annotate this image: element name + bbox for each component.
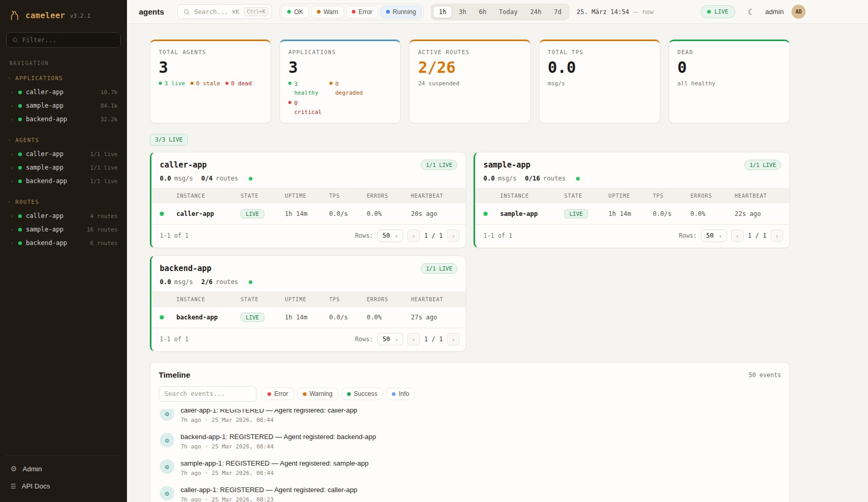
theme-toggle-button[interactable]: [743, 5, 758, 19]
time-range-6h[interactable]: 6h: [473, 6, 492, 18]
time-range-3h[interactable]: 3h: [453, 6, 472, 18]
filter-chip-running[interactable]: Running: [380, 6, 422, 18]
status-dot: [18, 166, 22, 170]
timeline-chip-warning[interactable]: Warning: [297, 388, 338, 400]
table-row[interactable]: backend-app LIVE 1h 14m 0.0/s 0.0% 27s a…: [151, 307, 466, 328]
stat-sub-critical: 0 critical: [288, 99, 324, 117]
time-range-7d[interactable]: 7d: [548, 6, 567, 18]
sidebar-item-routes-backend-app[interactable]: backend-app 6 routes: [6, 236, 121, 250]
avatar[interactable]: AD: [792, 5, 806, 19]
stat-subtext: 24 suspended: [418, 80, 521, 87]
sidebar: cameleer v3.2.1 NAVIGATION APPLICATIONS …: [0, 0, 127, 502]
prev-page-button[interactable]: ‹: [407, 333, 420, 345]
timeline-event[interactable]: caller-app-1: REGISTERED — Agent registe…: [159, 409, 781, 428]
sidebar-item-agent-sample-app[interactable]: sample-app 1/1 live: [6, 161, 121, 174]
timeline-event-list[interactable]: caller-app-1: REGISTERED — Agent registe…: [159, 409, 781, 502]
status-dot: [18, 152, 22, 156]
live-status-badge[interactable]: LIVE: [700, 5, 735, 18]
stat-label: TOTAL TPS: [548, 49, 652, 55]
sidebar-item-routes-sample-app[interactable]: sample-app 16 routes: [6, 223, 121, 236]
search-icon: [12, 37, 18, 43]
live-count-badge: 1/1 LIVE: [420, 160, 457, 170]
rows-per-page-select[interactable]: 50: [377, 333, 403, 345]
time-range-1h[interactable]: 1h: [433, 6, 452, 18]
item-label: backend-app: [26, 239, 67, 247]
filter-chip-warn[interactable]: Warn: [311, 6, 344, 18]
global-search-input[interactable]: [194, 8, 239, 16]
event-title: sample-app-1: REGISTERED — Agent registe…: [181, 459, 368, 467]
sidebar-filter-input[interactable]: [22, 36, 115, 44]
sidebar-item-agent-caller-app[interactable]: caller-app 1/1 live: [6, 147, 121, 161]
tps-cell: 0.0/s: [653, 210, 690, 217]
status-dot: [18, 228, 22, 231]
table-row[interactable]: sample-app LIVE 1h 14m 0.0/s 0.0% 22s ag…: [475, 203, 789, 224]
section-header-routes[interactable]: ROUTES: [6, 196, 121, 208]
timeline-chip-info[interactable]: Info: [386, 388, 415, 400]
stat-value: 2/26: [418, 60, 521, 75]
ok-dot-icon: [287, 10, 291, 14]
global-search[interactable]: Ctrl+K: [177, 4, 272, 19]
sidebar-item-app-caller-app[interactable]: caller-app 10.7k: [6, 85, 121, 99]
amber-dot-icon: [190, 82, 194, 85]
item-badge: 1/1 live: [90, 151, 118, 158]
gear-event-icon: [160, 486, 174, 500]
sidebar-filter[interactable]: [6, 32, 121, 48]
heartbeat-cell: 20s ago: [411, 210, 457, 217]
timeline-chip-error[interactable]: Error: [262, 388, 294, 400]
prev-page-button[interactable]: ‹: [731, 229, 744, 242]
filter-chip-ok[interactable]: OK: [282, 6, 309, 18]
time-range-today[interactable]: Today: [493, 6, 524, 18]
prev-page-button[interactable]: ‹: [407, 229, 420, 242]
sidebar-item-routes-caller-app[interactable]: caller-app 4 routes: [6, 209, 121, 223]
timeline-event[interactable]: caller-app-1: REGISTERED — Agent registe…: [159, 481, 781, 502]
sidebar-item-admin[interactable]: Admin: [6, 460, 121, 478]
rows-label: Rows:: [355, 336, 373, 343]
chevron-down-icon: [719, 232, 721, 239]
app-card-meta: 0.0msg/s 2/6routes: [151, 278, 466, 291]
table-row[interactable]: caller-app LIVE 1h 14m 0.0/s 0.0% 20s ag…: [151, 203, 466, 224]
rows-per-page-select[interactable]: 50: [701, 229, 727, 242]
sidebar-footer: Admin API Docs: [6, 455, 121, 495]
stat-label: DEAD: [678, 49, 781, 55]
timeline-chip-success[interactable]: Success: [341, 388, 383, 400]
sidebar-item-agent-backend-app[interactable]: backend-app 1/1 live: [6, 174, 121, 188]
next-page-button[interactable]: ›: [447, 333, 459, 345]
stat-value: 3: [159, 60, 262, 75]
green-dot-icon: [288, 82, 291, 85]
errors-cell: 0.0%: [367, 314, 411, 321]
stat-card-total-tps: TOTAL TPS 0.0 msg/s: [539, 40, 660, 123]
timeline-event[interactable]: sample-app-1: REGISTERED — Agent registe…: [159, 455, 781, 481]
app-card-title: sample-app: [483, 160, 530, 170]
api-docs-label: API Docs: [22, 482, 50, 490]
red-dot-icon: [225, 82, 228, 85]
range-start: 25. März 14:54: [577, 8, 629, 16]
timeline-event[interactable]: backend-app-1: REGISTERED — Agent regist…: [159, 428, 781, 455]
section-header-agents[interactable]: AGENTS: [6, 134, 121, 146]
item-label: sample-app: [26, 164, 63, 171]
section-header-applications[interactable]: APPLICATIONS: [6, 72, 121, 84]
rows-per-page-select[interactable]: 50: [377, 229, 403, 242]
filter-chip-error[interactable]: Error: [346, 6, 378, 18]
next-page-button[interactable]: ›: [771, 229, 783, 242]
stat-value: 0: [678, 60, 781, 75]
event-time: 7h ago · 25 Mar 2026, 08:44: [181, 470, 368, 477]
item-badge: 16 routes: [86, 226, 118, 233]
sidebar-item-app-backend-app[interactable]: backend-app 32.2k: [6, 112, 121, 126]
app-card-caller-app: caller-app 1/1 LIVE 0.0msg/s 0/4routes I…: [150, 152, 466, 248]
chip-label: Error: [359, 8, 373, 16]
page-indicator: 1 / 1: [424, 232, 443, 239]
sidebar-item-api-docs[interactable]: API Docs: [6, 478, 121, 495]
heartbeat-cell: 27s ago: [411, 314, 457, 321]
topbar: agents Ctrl+K OK Warn Error Ru: [127, 0, 868, 24]
stat-label: ACTIVE ROUTES: [418, 49, 521, 55]
sidebar-section-routes: ROUTES caller-app 4 routes sample-app 16…: [6, 196, 121, 250]
stat-sub-degraded: 0 degraded: [329, 80, 365, 97]
event-search-input[interactable]: [159, 386, 257, 402]
next-page-button[interactable]: ›: [447, 229, 459, 242]
chip-label: OK: [294, 8, 303, 16]
uptime-cell: 1h 14m: [608, 210, 653, 217]
sidebar-item-app-sample-app[interactable]: sample-app 84.1k: [6, 99, 121, 112]
stat-value: 0.0: [548, 60, 652, 75]
event-title: backend-app-1: REGISTERED — Agent regist…: [181, 433, 376, 441]
time-range-24h[interactable]: 24h: [525, 6, 547, 18]
